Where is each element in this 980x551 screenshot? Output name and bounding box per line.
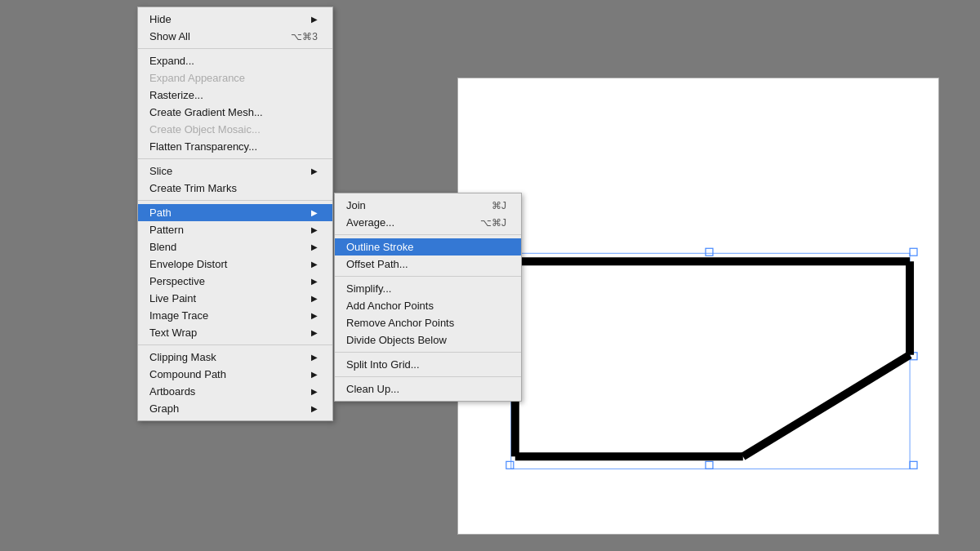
menu-item-artboards[interactable]: Artboards ▶ — [138, 383, 332, 400]
arrow-icon: ▶ — [311, 387, 318, 396]
separator — [138, 48, 332, 49]
submenu-item-join[interactable]: Join ⌘J — [335, 197, 521, 214]
path-submenu: Join ⌘J Average... ⌥⌘J Outline Stroke Of… — [334, 193, 522, 402]
svg-line-13 — [743, 355, 910, 457]
separator — [335, 234, 521, 235]
menu-item-expand[interactable]: Expand... — [138, 52, 332, 69]
menu-item-image-trace[interactable]: Image Trace ▶ — [138, 307, 332, 324]
menu-item-text-wrap[interactable]: Text Wrap ▶ — [138, 324, 332, 341]
svg-rect-0 — [511, 253, 910, 469]
arrow-icon: ▶ — [311, 370, 318, 379]
submenu-item-divide-objects-below[interactable]: Divide Objects Below — [335, 331, 521, 349]
menu-item-create-object-mosaic: Create Object Mosaic... — [138, 121, 332, 138]
submenu-item-remove-anchor-points[interactable]: Remove Anchor Points — [335, 314, 521, 331]
svg-rect-3 — [506, 461, 514, 469]
svg-rect-2 — [910, 248, 917, 256]
arrow-icon: ▶ — [311, 15, 318, 24]
menu-item-clipping-mask[interactable]: Clipping Mask ▶ — [138, 349, 332, 366]
svg-rect-5 — [706, 248, 713, 256]
separator — [335, 352, 521, 353]
menu-item-envelope-distort[interactable]: Envelope Distort ▶ — [138, 256, 332, 273]
arrow-icon: ▶ — [311, 208, 318, 217]
arrow-icon: ▶ — [311, 167, 318, 176]
menu-item-compound-path[interactable]: Compound Path ▶ — [138, 366, 332, 383]
menu-item-slice[interactable]: Slice ▶ — [138, 162, 332, 180]
arrow-icon: ▶ — [311, 404, 318, 413]
svg-rect-6 — [706, 461, 713, 469]
menu-item-flatten-transparency[interactable]: Flatten Transparency... — [138, 138, 332, 155]
submenu-item-split-into-grid[interactable]: Split Into Grid... — [335, 356, 521, 373]
canvas-drawing — [458, 78, 938, 534]
canvas-area — [457, 78, 939, 535]
menu-item-hide[interactable]: Hide ▶ — [138, 11, 332, 28]
arrow-icon: ▶ — [311, 353, 318, 362]
menu-item-graph[interactable]: Graph ▶ — [138, 400, 332, 417]
menu-item-expand-appearance: Expand Appearance — [138, 69, 332, 87]
arrow-icon: ▶ — [311, 277, 318, 286]
separator — [138, 158, 332, 159]
main-menu: Hide ▶ Show All ⌥⌘3 Expand... Expand App… — [137, 7, 333, 421]
submenu-item-offset-path[interactable]: Offset Path... — [335, 256, 521, 273]
menu-item-create-gradient-mesh[interactable]: Create Gradient Mesh... — [138, 104, 332, 121]
submenu-item-outline-stroke[interactable]: Outline Stroke — [335, 238, 521, 256]
arrow-icon: ▶ — [311, 225, 318, 234]
submenu-item-clean-up[interactable]: Clean Up... — [335, 380, 521, 398]
separator — [335, 376, 521, 377]
menu-item-create-trim-marks[interactable]: Create Trim Marks — [138, 180, 332, 197]
arrow-icon: ▶ — [311, 242, 318, 251]
menu-item-path[interactable]: Path ▶ — [138, 204, 332, 221]
submenu-item-simplify[interactable]: Simplify... — [335, 280, 521, 297]
submenu-item-add-anchor-points[interactable]: Add Anchor Points — [335, 297, 521, 314]
menu-item-show-all[interactable]: Show All ⌥⌘3 — [138, 28, 332, 45]
svg-rect-4 — [910, 461, 917, 469]
arrow-icon: ▶ — [311, 294, 318, 303]
arrow-icon: ▶ — [311, 311, 318, 320]
arrow-icon: ▶ — [311, 328, 318, 337]
separator — [138, 200, 332, 201]
menu-item-pattern[interactable]: Pattern ▶ — [138, 221, 332, 238]
submenu-item-average[interactable]: Average... ⌥⌘J — [335, 214, 521, 231]
menu-item-blend[interactable]: Blend ▶ — [138, 238, 332, 256]
separator — [138, 344, 332, 345]
menu-item-perspective[interactable]: Perspective ▶ — [138, 273, 332, 290]
menu-item-live-paint[interactable]: Live Paint ▶ — [138, 290, 332, 307]
separator — [335, 276, 521, 277]
arrow-icon: ▶ — [311, 260, 318, 269]
menu-item-rasterize[interactable]: Rasterize... — [138, 87, 332, 104]
